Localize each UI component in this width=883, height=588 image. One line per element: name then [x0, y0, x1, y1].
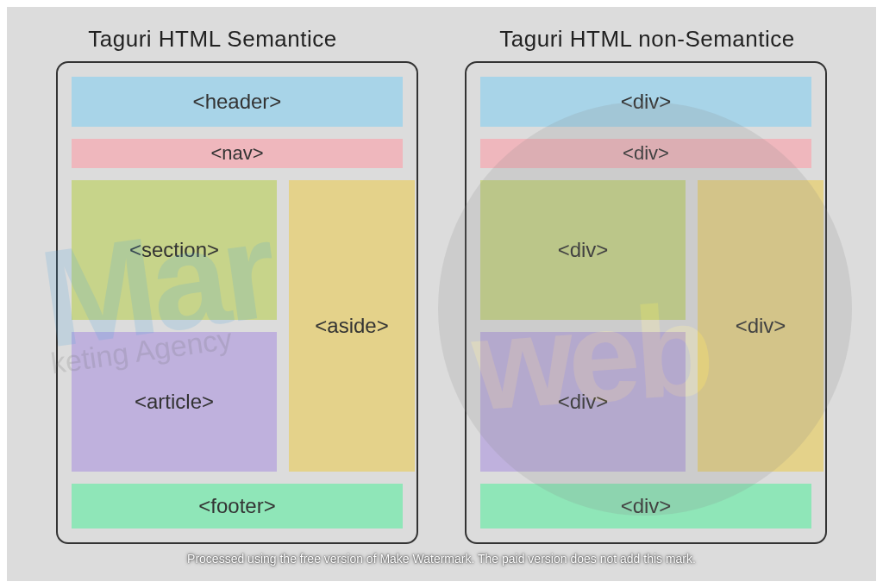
semantic-section-block: <section>: [72, 180, 277, 320]
nonsemantic-aside-block: <div>: [698, 180, 824, 472]
nonsemantic-article-block: <div>: [480, 332, 686, 472]
semantic-article-block: <article>: [72, 332, 277, 472]
semantic-footer-block: <footer>: [72, 484, 403, 529]
panel-semantic: <header> <nav> <section> <article> <asid…: [56, 61, 418, 544]
title-nonsemantic: Taguri HTML non-Semantice: [499, 26, 794, 53]
semantic-left-column: <section> <article>: [72, 180, 277, 472]
semantic-mid-row: <section> <article> <aside>: [72, 180, 403, 472]
semantic-nav-block: <nav>: [72, 139, 403, 168]
nonsemantic-nav-block: <div>: [480, 139, 811, 168]
title-semantic: Taguri HTML Semantice: [88, 26, 336, 53]
nonsemantic-header-block: <div>: [480, 77, 811, 127]
diagram-canvas: Mar web keting Agency Taguri HTML Semant…: [0, 0, 883, 588]
nonsemantic-mid-row: <div> <div> <div>: [480, 180, 811, 472]
semantic-aside-block: <aside>: [289, 180, 415, 472]
nonsemantic-section-block: <div>: [480, 180, 686, 320]
nonsemantic-footer-block: <div>: [480, 484, 811, 529]
semantic-header-block: <header>: [72, 77, 403, 127]
panel-nonsemantic: <div> <div> <div> <div> <div> <div>: [465, 61, 827, 544]
titles-row: Taguri HTML Semantice Taguri HTML non-Se…: [7, 7, 876, 61]
watermark-caption: Processed using the free version of Make…: [7, 552, 876, 566]
nonsemantic-left-column: <div> <div>: [480, 180, 686, 472]
panels-row: <header> <nav> <section> <article> <asid…: [7, 61, 876, 544]
